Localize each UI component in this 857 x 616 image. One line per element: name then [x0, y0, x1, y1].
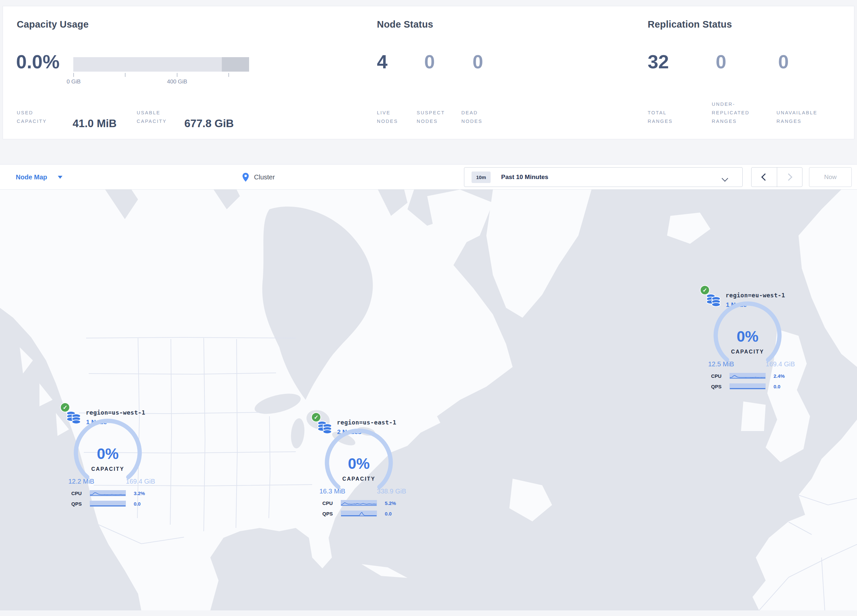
total-ranges-label: TOTAL RANGES [648, 108, 684, 125]
breadcrumb[interactable]: Cluster [243, 165, 275, 190]
region-label: region=us-east-1 [337, 419, 396, 426]
used-capacity: 12.2 MiB [68, 478, 94, 485]
qps-label: QPS [71, 501, 90, 506]
region-label: region=eu-west-1 [726, 292, 785, 299]
qps-label: QPS [711, 384, 730, 389]
unavailable-ranges-count: 0 [778, 52, 789, 71]
usable-capacity-label: USABLE CAPACITY [137, 108, 176, 125]
region-label: region=us-west-1 [86, 409, 145, 416]
capacity-bar-reserved-segment [222, 57, 249, 72]
used-capacity-value: 41.0 MiB [73, 117, 117, 130]
time-forward-button[interactable] [777, 168, 803, 187]
capacity-percent: 0% [712, 327, 784, 345]
view-selector-dropdown[interactable]: Node Map [16, 165, 62, 190]
capacity-axis-tick [228, 73, 229, 77]
world-map-background [0, 190, 857, 610]
view-selector-label: Node Map [16, 173, 47, 181]
replication-status-title: Replication Status [648, 19, 732, 30]
cpu-label: CPU [322, 500, 341, 506]
cpu-value: 2.4% [773, 373, 785, 379]
usable-capacity-value: 677.8 GiB [184, 117, 234, 130]
capacity-axis-tick [177, 73, 178, 77]
capacity-axis-label-400: 400 GiB [158, 79, 197, 85]
capacity-usage-title: Capacity Usage [17, 19, 89, 30]
qps-value: 0.0 [134, 501, 141, 506]
capacity-label: CAPACITY [712, 349, 784, 355]
cpu-label: CPU [711, 373, 730, 379]
chevron-left-icon [761, 173, 769, 181]
capacity-axis-tick [125, 73, 125, 77]
qps-sparkline [90, 501, 126, 506]
capacity-label: CAPACITY [323, 476, 395, 482]
total-capacity: 169.4 GiB [126, 478, 155, 485]
qps-sparkline [341, 511, 377, 516]
caret-down-icon [58, 176, 62, 179]
cpu-value: 3.2% [134, 491, 145, 496]
map-toolbar: Node Map Cluster 10m Past 10 Minutes Now [0, 164, 857, 190]
time-window-pager [751, 167, 803, 187]
used-capacity-label: USED CAPACITY [17, 108, 53, 125]
page-background-strip [0, 610, 857, 616]
capacity-percent: 0% [72, 445, 144, 463]
suspect-nodes-count: 0 [424, 52, 435, 71]
capacity-percent: 0.0% [16, 52, 59, 71]
qps-label: QPS [322, 511, 341, 516]
total-ranges-count: 32 [648, 52, 669, 71]
used-capacity: 16.3 MiB [319, 488, 345, 495]
map-pin-icon [243, 173, 249, 182]
time-back-button[interactable] [752, 168, 777, 187]
capacity-axis-label-0: 0 GiB [54, 79, 93, 85]
now-button[interactable]: Now [809, 167, 852, 187]
live-nodes-label: LIVE NODES [377, 108, 413, 125]
cpu-sparkline [730, 373, 766, 379]
used-capacity: 12.5 MiB [708, 360, 734, 368]
qps-value: 0.0 [385, 511, 392, 516]
qps-value: 0.0 [773, 384, 780, 389]
cpu-label: CPU [71, 491, 90, 496]
total-capacity: 338.9 GiB [377, 488, 406, 495]
suspect-nodes-label: SUSPECT NODES [417, 108, 459, 125]
capacity-axis-tick [73, 73, 74, 77]
region-marker-us-west-1[interactable]: ✓ region=us-west-1 1 Node 0% CAPACITY 12… [59, 401, 157, 510]
time-range-badge: 10m [472, 171, 490, 183]
capacity-bar [73, 57, 249, 72]
region-marker-eu-west-1[interactable]: ✓ region=eu-west-1 1 Node 0% CAPACITY 12… [698, 284, 797, 392]
breadcrumb-cluster: Cluster [254, 173, 275, 181]
capacity-label: CAPACITY [72, 466, 144, 472]
cpu-value: 5.2% [385, 500, 396, 506]
dead-nodes-count: 0 [473, 52, 483, 71]
under-replicated-ranges-count: 0 [716, 52, 726, 71]
capacity-percent: 0% [323, 455, 395, 472]
region-marker-us-east-1[interactable]: ✓ region=us-east-1 2 Nodes 0% CAPACITY 1… [309, 411, 408, 520]
chevron-down-icon [722, 175, 728, 182]
dead-nodes-label: DEAD NODES [461, 108, 498, 125]
chevron-right-icon [785, 173, 792, 181]
cpu-sparkline [341, 500, 377, 506]
qps-sparkline [730, 383, 766, 389]
under-replicated-ranges-label: UNDER-REPLICATED RANGES [712, 100, 764, 125]
cluster-summary-bar: Capacity Usage 0.0% 0 GiB 400 GiB USED C… [3, 6, 854, 139]
node-map[interactable]: ✓ region=us-west-1 1 Node 0% CAPACITY 12… [0, 190, 857, 610]
total-capacity: 169.4 GiB [766, 360, 795, 368]
cpu-sparkline [90, 490, 126, 496]
unavailable-ranges-label: UNAVAILABLE RANGES [777, 108, 835, 125]
node-status-title: Node Status [377, 19, 433, 30]
time-range-dropdown[interactable]: 10m Past 10 Minutes [464, 167, 743, 187]
time-range-label: Past 10 Minutes [501, 173, 548, 181]
live-nodes-count: 4 [377, 52, 387, 71]
